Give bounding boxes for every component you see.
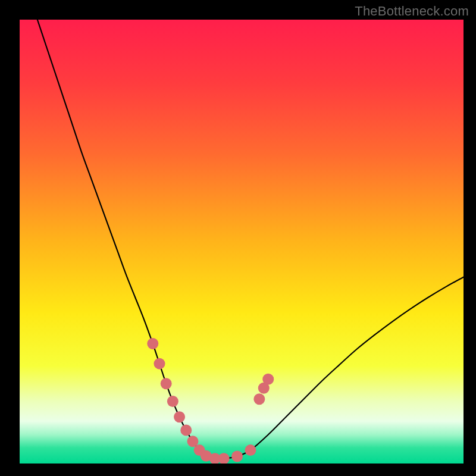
chart-stage: TheBottleneck.com	[0, 0, 476, 476]
svg-rect-0	[20, 20, 464, 464]
plot-area	[20, 20, 464, 464]
watermark-text: TheBottleneck.com	[355, 4, 469, 19]
gradient-background	[20, 20, 464, 464]
